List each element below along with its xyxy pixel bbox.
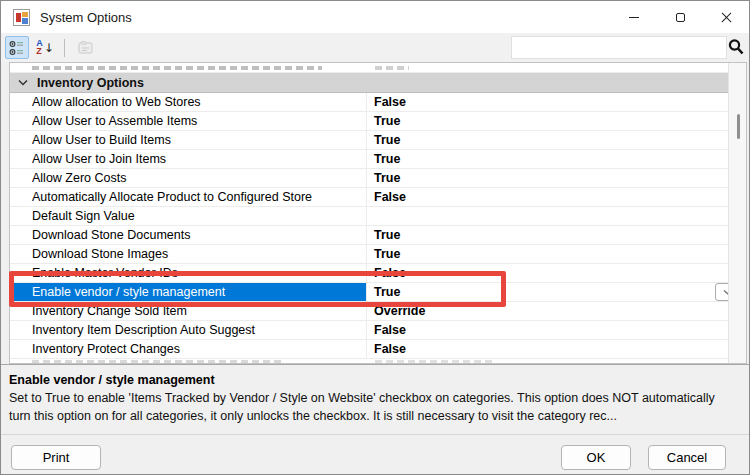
property-value[interactable]: True bbox=[367, 150, 728, 168]
property-row[interactable]: Enable Master Vendor IDsFalse bbox=[10, 264, 728, 283]
property-row[interactable]: Allow User to Join ItemsTrue bbox=[10, 150, 728, 169]
property-row[interactable]: Allow allocation to Web StoresFalse bbox=[10, 93, 728, 112]
property-value[interactable]: False bbox=[367, 93, 728, 111]
close-icon bbox=[721, 12, 732, 23]
property-pages-icon bbox=[78, 41, 94, 55]
chevron-down-icon bbox=[723, 289, 728, 296]
titlebar: System Options bbox=[1, 1, 749, 33]
alphabetical-sort-button[interactable]: A Z ↓ bbox=[33, 36, 57, 59]
property-name[interactable]: Automatically Allocate Product to Config… bbox=[10, 188, 367, 206]
property-row[interactable]: Download Stone ImagesTrue bbox=[10, 245, 728, 264]
app-icon bbox=[13, 9, 30, 26]
property-row[interactable]: Allow User to Assemble ItemsTrue bbox=[10, 112, 728, 131]
property-name[interactable]: Inventory Item Description Auto Suggest bbox=[10, 321, 367, 339]
property-row[interactable]: Inventory Item Description Auto SuggestF… bbox=[10, 321, 728, 340]
property-name[interactable]: Allow User to Build Items bbox=[10, 131, 367, 149]
property-value[interactable]: True bbox=[367, 245, 728, 263]
property-value[interactable]: True bbox=[367, 131, 728, 149]
vertical-scrollbar[interactable] bbox=[728, 63, 746, 363]
property-name[interactable]: Enable vendor / style management bbox=[10, 283, 367, 301]
search-icon[interactable] bbox=[727, 38, 745, 56]
property-name[interactable]: Allow User to Assemble Items bbox=[10, 112, 367, 130]
property-row[interactable]: Enable vendor / style managementTrue bbox=[10, 283, 728, 302]
property-grid: Inventory Options Allow allocation to We… bbox=[9, 62, 747, 364]
description-title: Enable vendor / style management bbox=[9, 373, 739, 387]
property-name[interactable]: Enable Master Vendor IDs bbox=[10, 264, 367, 282]
minimize-icon bbox=[629, 17, 639, 18]
chevron-down-icon[interactable] bbox=[18, 79, 28, 86]
window-title: System Options bbox=[40, 10, 132, 25]
property-value[interactable]: True bbox=[367, 112, 728, 130]
property-value[interactable]: Override bbox=[367, 302, 728, 320]
maximize-button[interactable] bbox=[657, 1, 703, 33]
property-row[interactable]: Allow Zero CostsTrue bbox=[10, 169, 728, 188]
property-name[interactable]: Allow allocation to Web Stores bbox=[10, 93, 367, 111]
property-row[interactable]: Allow User to Build ItemsTrue bbox=[10, 131, 728, 150]
property-value[interactable]: True bbox=[367, 169, 728, 187]
property-value[interactable]: True bbox=[367, 226, 728, 244]
property-name[interactable]: Allow Zero Costs bbox=[10, 169, 367, 187]
property-value[interactable] bbox=[367, 207, 728, 225]
ok-button[interactable]: OK bbox=[561, 445, 631, 470]
print-button[interactable]: Print bbox=[11, 445, 101, 470]
system-options-dialog: System Options A Z bbox=[0, 0, 750, 475]
maximize-icon bbox=[676, 13, 685, 22]
property-value[interactable]: False bbox=[367, 340, 728, 358]
cancel-button[interactable]: Cancel bbox=[648, 445, 726, 470]
property-name[interactable]: Download Stone Documents bbox=[10, 226, 367, 244]
property-row[interactable]: Inventory Protect ChangesFalse bbox=[10, 340, 728, 359]
property-name[interactable]: Inventory Change Sold Item bbox=[10, 302, 367, 320]
property-name[interactable]: Download Stone Images bbox=[10, 245, 367, 263]
property-value[interactable]: False bbox=[367, 264, 728, 282]
clipped-row-top bbox=[10, 63, 728, 73]
grid-rows: Allow allocation to Web StoresFalseAllow… bbox=[10, 93, 728, 359]
property-row[interactable]: Automatically Allocate Product to Config… bbox=[10, 188, 728, 207]
minimize-button[interactable] bbox=[611, 1, 657, 33]
property-name[interactable]: Allow User to Join Items bbox=[10, 150, 367, 168]
close-button[interactable] bbox=[703, 1, 749, 33]
scrollbar-thumb[interactable] bbox=[737, 114, 740, 139]
property-value[interactable]: True bbox=[367, 283, 728, 301]
categorized-icon bbox=[9, 40, 25, 56]
property-row[interactable]: Inventory Change Sold ItemOverride bbox=[10, 302, 728, 321]
property-name[interactable]: Default Sign Value bbox=[10, 207, 367, 225]
property-row[interactable]: Download Stone DocumentsTrue bbox=[10, 226, 728, 245]
property-pages-button bbox=[74, 36, 98, 59]
property-name[interactable]: Inventory Protect Changes bbox=[10, 340, 367, 358]
category-label: Inventory Options bbox=[37, 76, 144, 90]
description-panel: Enable vendor / style management Set to … bbox=[1, 364, 749, 434]
property-row[interactable]: Default Sign Value bbox=[10, 207, 728, 226]
propertygrid-toolbar: A Z ↓ bbox=[1, 33, 749, 62]
description-body: Set to True to enable 'Items Tracked by … bbox=[9, 390, 739, 426]
toolbar-separator bbox=[64, 39, 65, 57]
categorized-view-button[interactable] bbox=[5, 36, 29, 59]
property-value[interactable]: False bbox=[367, 188, 728, 206]
search-input[interactable] bbox=[511, 36, 727, 59]
property-grid-body: Inventory Options Allow allocation to We… bbox=[10, 63, 728, 363]
property-value[interactable]: False bbox=[367, 321, 728, 339]
clipped-row-bottom bbox=[10, 359, 728, 363]
button-bar: Print OK Cancel bbox=[1, 434, 749, 475]
category-row-inventory-options[interactable]: Inventory Options bbox=[10, 73, 728, 93]
value-dropdown-button[interactable] bbox=[715, 283, 728, 301]
sort-alpha-icon: A Z ↓ bbox=[36, 40, 54, 55]
